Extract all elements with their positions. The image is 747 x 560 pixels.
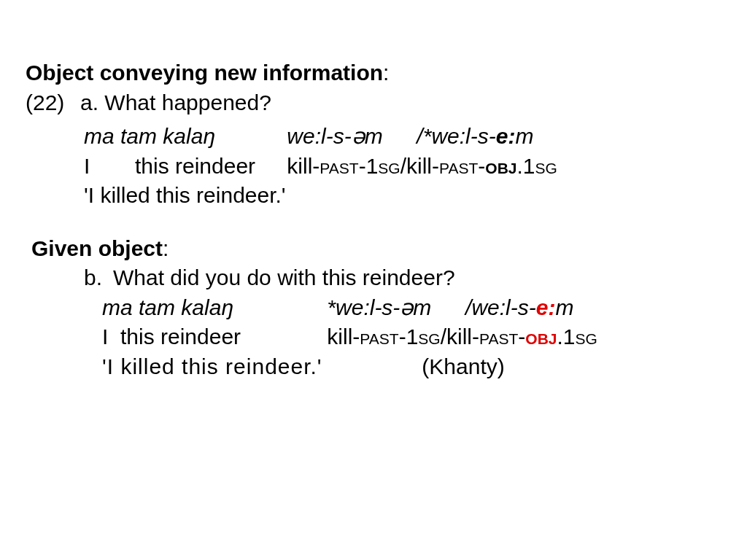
- example-b-gloss: I this reindeer kill-past-1sg/kill-past-…: [26, 322, 721, 352]
- subexample-b-letter: b.: [84, 263, 113, 293]
- b-src-col1: ma tam kalaŋ: [102, 293, 321, 323]
- example-a-translation: 'I killed this reindeer.': [26, 181, 721, 211]
- b-star: *: [327, 295, 336, 319]
- b-dot1: .1: [557, 324, 576, 349]
- b-gloss-col1: I this reindeer: [102, 322, 321, 352]
- translation-a: 'I killed this reindeer.': [84, 183, 286, 207]
- dash2: -: [478, 154, 485, 178]
- b-gloss-col2: kill-past-1sg/kill-past-obj.1sg: [327, 322, 597, 352]
- form1: we:l-s-əm: [287, 124, 382, 148]
- kill1: kill-: [287, 154, 320, 178]
- past1: past: [320, 154, 358, 178]
- obj: obj: [485, 154, 516, 178]
- heading-colon: :: [383, 61, 389, 85]
- example-22a-line: (22)a. What happened?: [26, 88, 721, 118]
- gloss-I: I: [84, 152, 135, 182]
- b-slash: /: [441, 324, 446, 349]
- b-form2a: we:l-s-: [471, 295, 535, 319]
- src-col2: we:l-s-əm /*we:l-s-e:m: [287, 122, 533, 152]
- gloss-col1: Ithis reindeer: [84, 152, 281, 182]
- b-past1: past: [360, 324, 398, 349]
- gloss-col2: kill-past-1sg/kill-past-obj.1sg: [287, 152, 557, 182]
- kill2: kill-: [406, 154, 439, 178]
- past2: past: [439, 154, 478, 178]
- example-number: (22): [26, 88, 80, 118]
- subexample-letter: a.: [80, 90, 98, 114]
- b-sg2: sg: [576, 324, 597, 349]
- form2a: we:l-s-: [431, 124, 495, 148]
- dash1: -1: [359, 154, 379, 178]
- section-heading-1: Object conveying new information:: [26, 58, 721, 88]
- form2c: m: [515, 124, 533, 148]
- gloss-this-reindeer: this reindeer: [135, 154, 255, 178]
- b-form2c: m: [555, 295, 573, 319]
- slide-content: Object conveying new information: (22)a.…: [0, 0, 747, 381]
- dot1: .1: [517, 154, 535, 178]
- translation-b: 'I killed this reindeer.': [102, 352, 416, 382]
- example-b-question: b.What did you do with this reindeer?: [26, 263, 721, 293]
- b-obj: obj: [525, 324, 557, 349]
- src-col1: ma tam kalaŋ: [84, 122, 281, 152]
- example-a-source: ma tam kalaŋ we:l-s-əm /*we:l-s-e:m: [26, 122, 721, 152]
- question-b: What did you do with this reindeer?: [113, 265, 455, 289]
- b-form2b: e:: [536, 295, 556, 319]
- heading-text: Object conveying new information: [26, 61, 383, 85]
- b-src-col2: *we:l-s-əm /we:l-s-e:m: [327, 293, 573, 323]
- example-b-translation: 'I killed this reindeer.' (Khanty): [26, 352, 721, 382]
- example-a-gloss: Ithis reindeer kill-past-1sg/kill-past-o…: [26, 152, 721, 182]
- sep: /*: [417, 124, 431, 148]
- question-a: What happened?: [98, 90, 271, 114]
- b-sg1: sg: [418, 324, 440, 349]
- b-kill2: kill-: [446, 324, 479, 349]
- heading-text-2: Given object: [31, 236, 163, 260]
- b-dash1: -1: [399, 324, 419, 349]
- heading-colon-2: :: [163, 236, 169, 260]
- b-dash2: -: [518, 324, 525, 349]
- section-heading-2: Given object:: [26, 234, 721, 264]
- b-kill1: kill-: [327, 324, 360, 349]
- example-b-source: ma tam kalaŋ *we:l-s-əm /we:l-s-e:m: [26, 293, 721, 323]
- sg2: sg: [535, 154, 557, 178]
- sg1: sg: [378, 154, 400, 178]
- language-label: (Khanty): [422, 352, 504, 382]
- slash: /: [400, 154, 406, 178]
- b-form1: we:l-s-əm: [336, 295, 431, 319]
- form2b: e:: [496, 124, 516, 148]
- b-gloss-this-reindeer: this reindeer: [108, 324, 241, 349]
- b-past2: past: [479, 324, 518, 349]
